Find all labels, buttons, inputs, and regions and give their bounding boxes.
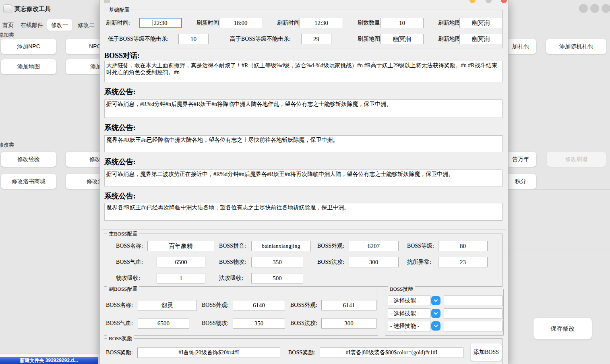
skill-select-1[interactable]: - 选择技能 - [388,296,430,306]
refresh-map-2-label: 刷新地图: [358,34,382,44]
reward-1-input[interactable] [137,347,280,358]
right-divider-2 [509,250,610,250]
window-title: 莫忘修改工具 [14,5,51,13]
right-divider-1 [509,189,610,190]
max-level-input[interactable] [301,34,331,44]
add-npc-button[interactable]: 添加NPC [1,39,56,54]
main-boss-pinyin-input[interactable] [251,241,311,251]
main-boss-mabsorb-input[interactable] [251,273,303,283]
skill-value-2-input[interactable] [444,308,502,319]
close-button[interactable] [501,0,507,3]
tab-online-mail[interactable]: 在线邮件 [18,19,46,31]
reward-2-label: BOSS奖励: [288,347,315,358]
add-map-button[interactable]: 添加地图 [1,59,56,74]
main-boss-hp-label: BOSS气血: [116,257,143,267]
window-control-3[interactable] [602,4,610,13]
skill-select-2-chevron-button[interactable] [431,309,440,318]
announcement-2-heading: 系统公告: [104,123,136,132]
text-caret [153,20,153,26]
sub-boss-look2-input[interactable] [321,300,376,310]
announcement-1-textarea[interactable]: 据可靠消息，#R%d分钟#n后魔界各#R妖王#n将降临中洲大陆各地作乱，望各位有… [104,99,502,118]
refresh-time-1-input[interactable] [139,18,182,28]
skill-select-3-chevron-button[interactable] [431,321,440,331]
announcement-3-textarea[interactable]: 据可靠消息，魔界第二波攻势正在接近中，#R%d分钟#n后魔界各#R妖王#n将再次… [104,170,502,186]
window-control-1[interactable] [579,4,588,13]
skill-select-3[interactable]: - 选择技能 - [388,321,430,331]
sub-boss-patk-label: BOSS物攻: [202,318,229,329]
main-boss-resist-input[interactable] [438,257,488,267]
refresh-map-3-input[interactable] [459,34,502,44]
modify-shuadao-button[interactable]: 修改刷道 [547,152,606,167]
dialog-divider [101,230,506,230]
max-level-label: 高于BOSS等级不能击杀: [230,34,291,44]
dialog-icon [104,0,110,3]
announcement-2-textarea[interactable]: 魔界各#R妖王#n已经降临中洲大陆各地，望各位有志之士尽快前往各地斩妖除魔，保卫… [104,135,502,152]
refresh-map-3-label: 刷新地图: [438,34,462,44]
main-boss-pabsorb-input[interactable] [157,273,205,283]
sub-boss-look1-input[interactable] [233,300,285,310]
announcement-1-heading: 系统公告: [104,87,136,97]
skill-select-1-chevron-button[interactable] [431,296,440,305]
tab-modify-2[interactable]: 修改二 [74,19,99,31]
sub-boss-name-input[interactable] [138,300,197,310]
add-boss-button[interactable]: 添加BOSS [471,343,502,361]
sub-boss-groupbox [104,289,378,336]
main-boss-resist-label: 抗所异常: [407,257,431,267]
main-boss-name-input[interactable] [147,241,214,251]
minimize-button[interactable] [469,0,476,3]
taskbar-item[interactable]: 新建文件夹 392929292.d... [0,357,98,364]
reward-2-input[interactable] [320,347,463,358]
sub-boss-hp-input[interactable] [138,318,189,329]
boss-rewards-legend: BOSS奖励 [107,335,134,341]
announcement-4-textarea[interactable]: 魔界各#R妖王#n已经再次降临中洲大陆各地，望各位有志之士尽快前往各地斩妖除魔，… [104,203,502,221]
reward-1-label: BOSS奖励: [106,347,133,358]
refresh-time-3-label: 刷新时间: [277,18,301,28]
sub-boss-legend: 副BOSS配置 [107,286,139,292]
refresh-time-3-input[interactable] [300,18,343,28]
basic-config-legend: 基础配置 [107,7,131,13]
points-button-cut[interactable]: 积分 [505,174,536,189]
main-boss-matk-input[interactable] [349,257,399,267]
modify-luoshu-shop-button[interactable]: 修改洛书商城 [1,174,56,189]
modify-exp-button[interactable]: 修改经验 [1,152,56,167]
window-control-2[interactable] [590,4,599,13]
maximize-button[interactable] [486,0,492,3]
main-boss-patk-label: BOSS物攻: [219,257,246,267]
add-gift-button-cut[interactable]: 加礼包 [505,39,536,54]
main-boss-look-label: BOSS外观: [317,241,344,251]
sub-boss-look1-label: BOSS外观: [202,300,229,310]
save-changes-button[interactable]: 保存修改 [533,318,592,339]
refresh-map-1-input[interactable] [459,18,502,28]
chevron-down-icon [434,299,438,302]
refresh-time-2-input[interactable] [219,18,262,28]
bottom-strip [0,353,99,357]
wannian-button-cut[interactable]: 告万年 [505,152,536,167]
tab-modify-1[interactable]: 修改一 [47,19,72,31]
skill-select-2[interactable]: - 选择技能 - [388,308,430,319]
min-level-input[interactable] [178,34,209,44]
main-boss-pabsorb-label: 物攻吸收: [116,273,140,283]
refresh-map-2-input[interactable] [380,34,424,44]
sub-boss-matk-input[interactable] [321,318,376,329]
tab-home[interactable]: 首页 [0,19,16,31]
boss-config-dialog: 基础配置 刷新时间: 刷新时间: 刷新时间: 刷数数量: 刷新地图: 低于BOS… [99,0,509,364]
spawn-count-label: 刷数数量: [358,18,382,28]
sub-boss-look2-label: BOSS外观: [290,300,317,310]
main-boss-legend: 主BOSS配置 [107,231,139,237]
sub-boss-patk-input[interactable] [233,318,285,329]
main-boss-matk-label: BOSS法攻: [317,257,344,267]
skill-value-1-input[interactable] [444,296,502,306]
chevron-down-icon [434,312,438,315]
boss-dialogue-textarea[interactable]: 大胆狂徒，敢在本大王面前撒野，真是活得不耐烦了！#R（妖王等级%d级，适合%d-… [104,61,502,82]
main-boss-name-label: BOSS名称: [116,241,143,251]
main-boss-hp-input[interactable] [157,257,205,267]
main-boss-patk-input[interactable] [251,257,303,267]
main-boss-level-label: BOSS等级: [407,241,434,251]
main-boss-level-input[interactable] [438,241,488,251]
skill-value-3-input[interactable] [444,321,502,331]
add-random-gift-button[interactable]: 添加随机礼包 [546,39,606,54]
app-icon [3,4,12,13]
spawn-count-input[interactable] [380,18,424,28]
main-boss-look-input[interactable] [349,241,399,251]
announcement-3-heading: 系统公告: [104,157,136,167]
